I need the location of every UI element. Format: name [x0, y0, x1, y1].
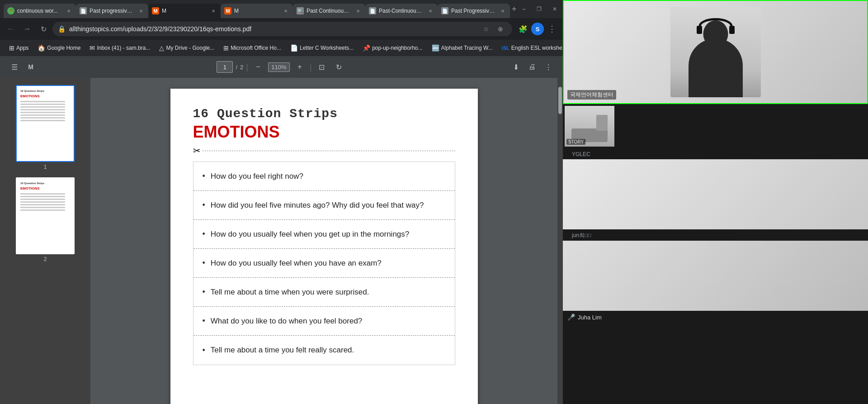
office-icon: ⊞	[223, 44, 229, 52]
close-browser-button[interactable]: ✕	[547, 2, 562, 16]
bookmark-google-home-label: Google Home	[47, 45, 80, 51]
tab-7[interactable]: 📄 Past Progressive Ten... ✕	[438, 4, 510, 18]
question-text-5: Tell me about a time when you were surpr…	[211, 288, 369, 297]
pdf-page: 16 Question Strips EMOTIONS ✂ • How do y…	[170, 89, 478, 404]
bookmark-letter-c-label: Letter C Worksheets...	[300, 45, 354, 51]
address-text: allthingstopics.com/uploads/2/3/2/9/2329…	[69, 25, 476, 33]
pdf-main-view[interactable]: 16 Question Strips EMOTIONS ✂ • How do y…	[90, 78, 557, 404]
tab-3[interactable]: M M ✕	[148, 4, 221, 18]
zoom-out-button[interactable]: −	[251, 60, 265, 74]
bookmark-esl-label: English ESL workshe...	[511, 45, 563, 51]
thumbnail-1[interactable]: 16 Question Strips EMOTIONS 1	[4, 85, 87, 170]
rotate-button[interactable]: ↻	[332, 60, 346, 74]
restore-button[interactable]: ❐	[532, 2, 547, 16]
scissors-separator: ✂	[193, 145, 455, 156]
tab-2[interactable]: 📄 Past progressive ten... ✕	[76, 4, 148, 18]
pdf-scrollbar[interactable]	[557, 78, 563, 404]
bookmark-alphabet[interactable]: 🔤 Alphabet Tracing W...	[428, 43, 496, 53]
new-tab-button[interactable]: +	[512, 3, 517, 15]
tab-3-favicon: M	[152, 7, 159, 14]
bookmark-esl[interactable]: iSL English ESL workshe...	[498, 43, 563, 53]
thumbnail-1-num: 1	[44, 164, 47, 170]
tab-4-label: M	[234, 8, 279, 14]
question-strip-5: • Tell me about a time when you were sur…	[193, 278, 455, 307]
bookmark-office-label: Microsoft Office Ho...	[231, 45, 281, 51]
extensions-icon[interactable]: 🧩	[516, 22, 530, 36]
minimize-button[interactable]: −	[517, 2, 531, 16]
bullet-4: •	[203, 258, 205, 268]
thumbnail-2-image: 16 Question Strips EMOTIONS	[16, 177, 75, 254]
pdf-menu-button[interactable]: ☰	[7, 60, 22, 74]
video-panel: 국제언어체험센터 STORY YGLEC jun최□□ 🎤 Juha Lim	[563, 0, 868, 404]
juha-name: Juha Lim	[578, 314, 602, 321]
forward-button[interactable]: →	[20, 22, 34, 36]
tab-2-favicon: 📄	[80, 7, 87, 14]
page-number-input[interactable]	[217, 61, 233, 73]
junchoi-label: jun최□□	[566, 230, 597, 240]
main-video-background	[564, 1, 867, 103]
bookmark-drive[interactable]: △ My Drive - Google...	[156, 43, 218, 53]
room-video-tile: STORY	[565, 106, 614, 147]
mic-icon: 🎤	[567, 314, 575, 321]
tab-6-close[interactable]: ✕	[427, 7, 434, 14]
tab-1-close[interactable]: ✕	[65, 7, 72, 14]
bullet-2: •	[203, 200, 205, 210]
tab-2-close[interactable]: ✕	[137, 7, 145, 14]
tab-6-label: Past-Continuous-or-...	[379, 8, 424, 14]
bullet-3: •	[203, 229, 205, 239]
tab-5[interactable]: 🔍 Past Continuous int... ✕	[293, 4, 365, 18]
pdf-more-button[interactable]: ⋮	[541, 60, 556, 74]
tab-4[interactable]: M M ✕	[221, 4, 293, 18]
question-strip-1: • How do you feel right now?	[193, 162, 455, 191]
thumbnail-2[interactable]: 16 Question Strips EMOTIONS 2	[4, 177, 87, 262]
browser-right-icons: 🧩 S ⋮	[516, 22, 559, 36]
bookmark-letter-c[interactable]: 📄 Letter C Worksheets...	[287, 43, 357, 53]
room-video-label: STORY	[566, 139, 585, 145]
juha-row: 🎤 Juha Lim	[563, 311, 868, 323]
print-button[interactable]: 🖨	[525, 60, 539, 74]
back-button[interactable]: ←	[4, 22, 18, 36]
question-text-2: How did you feel five minutes ago? Why d…	[211, 201, 424, 210]
browser-menu-button[interactable]: ⋮	[545, 22, 559, 36]
tab-7-close[interactable]: ✕	[499, 7, 506, 14]
bookmark-office[interactable]: ⊞ Microsoft Office Ho...	[220, 43, 285, 53]
tab-4-close[interactable]: ✕	[282, 7, 289, 14]
bullet-7: •	[203, 346, 205, 355]
question-strip-3: • How do you usually feel when you get u…	[193, 220, 455, 249]
bookmark-apps[interactable]: ⊞ Apps	[5, 43, 32, 53]
reload-button[interactable]: ↻	[36, 22, 51, 36]
bullet-6: •	[203, 316, 205, 326]
bookmark-google-home[interactable]: 🏠 Google Home	[34, 43, 84, 53]
tab-3-close[interactable]: ✕	[210, 7, 217, 14]
tab-1-label: continuous wor...	[17, 8, 62, 14]
pdf-scrollbar-thumb[interactable]	[558, 87, 562, 114]
profile-avatar[interactable]: S	[531, 23, 544, 35]
page-separator: /	[236, 64, 237, 71]
bullet-5: •	[203, 287, 205, 297]
doc-subtitle: EMOTIONS	[193, 123, 455, 142]
tab-1[interactable]: 🌴 continuous wor... ✕	[4, 4, 76, 18]
bookmark-star-icon[interactable]: ☆	[480, 23, 492, 35]
tab-2-label: Past progressive ten...	[90, 8, 135, 14]
inbox-icon: ✉	[90, 44, 95, 52]
bookmark-popup-label: pop-up-neighborho...	[372, 45, 422, 51]
popup-icon: 📌	[363, 44, 370, 52]
pdf-toolbar-right: ⬇ 🖨 ⋮	[509, 60, 556, 74]
thumbnail-2-num: 2	[44, 256, 47, 262]
tab-5-close[interactable]: ✕	[354, 7, 362, 14]
download-button[interactable]: ⬇	[509, 60, 523, 74]
tab-6-favicon: 📄	[369, 7, 376, 14]
address-bar[interactable]: 🔒 allthingstopics.com/uploads/2/3/2/9/23…	[52, 22, 512, 36]
bookmark-inbox[interactable]: ✉ Inbox (41) - sam.bra...	[86, 43, 154, 53]
read-aloud-icon[interactable]: ⊕	[494, 23, 507, 35]
question-text-6: What do you like to do when you feel bor…	[211, 317, 363, 326]
zoom-in-button[interactable]: +	[292, 60, 307, 74]
bookmark-inbox-label: Inbox (41) - sam.bra...	[97, 45, 150, 51]
tab-6[interactable]: 📄 Past-Continuous-or-... ✕	[365, 4, 438, 18]
tab-bar: 🌴 continuous wor... ✕ 📄 Past progressive…	[0, 0, 563, 18]
tab-7-favicon: 📄	[441, 7, 448, 14]
pdf-toolbar-center: / 2 | − 110% + | ⊡ ↻	[217, 60, 346, 74]
pdf-app-button[interactable]: M	[24, 60, 38, 74]
fit-page-button[interactable]: ⊡	[315, 60, 329, 74]
bookmark-popup[interactable]: 📌 pop-up-neighborho...	[359, 43, 426, 53]
